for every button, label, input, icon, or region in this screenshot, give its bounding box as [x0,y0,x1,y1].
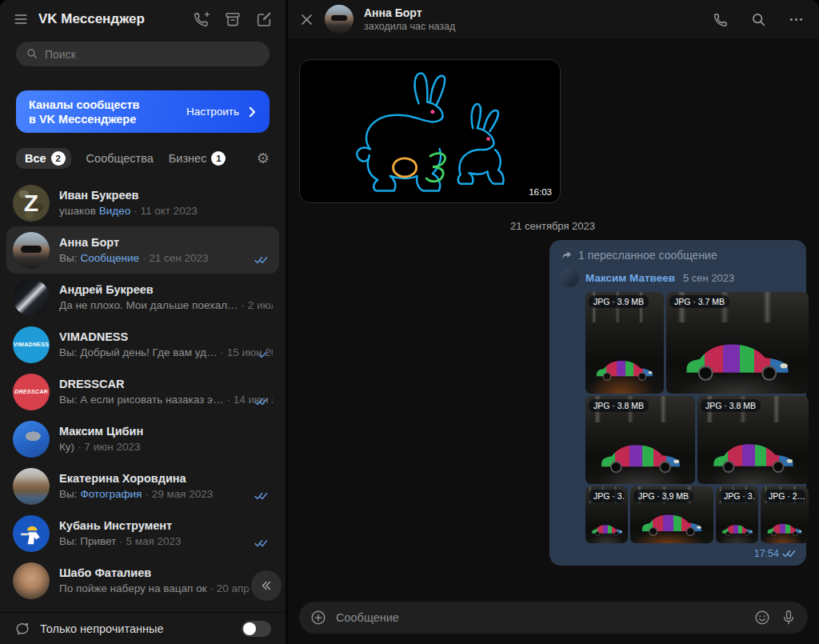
chat-preview: ушаков Видео · 11 окт 2023 [59,205,273,217]
attach-icon[interactable] [310,609,327,626]
chat-name: DRESSCAR [59,378,273,390]
chat-preview: Ку) · 7 июн 2023 [59,441,273,453]
search [16,42,270,66]
file-label: JPG · 3… [719,490,755,502]
chat-titles[interactable]: Анна Борт заходила час назад [364,6,702,32]
unread-only-toggle[interactable] [242,621,271,637]
photo-attachment[interactable]: JPG · 3… [585,486,628,543]
tab-business[interactable]: Бизнес 1 [169,151,226,166]
forwarded-author-row: Максим Матвеев 5 сен 2023 [560,268,796,287]
search-input[interactable] [16,42,270,66]
chat-preview: Да не плохо. Мои дальше поехал… · 2 июл … [59,299,273,311]
photo-attachment[interactable]: JPG · 3.7 MB [666,292,809,394]
chat-panel: Анна Борт заходила час назад [288,0,819,644]
chat-list-item-selected[interactable]: Анна Борт Вы: Сообщение · 21 сен 2023 [6,226,279,274]
gear-icon[interactable]: ⚙ [257,151,270,166]
chat-item-text: Анна Борт Вы: Сообщение · 21 сен 2023 [59,236,273,264]
read-double-check-icon [254,398,268,406]
worker-avatar-icon [19,522,43,546]
file-label: JPG · 2… [764,490,805,502]
forwarded-message-card[interactable]: 1 пересланное сообщение Максим Матвеев 5… [549,240,806,566]
avatar [13,421,50,458]
tab-communities[interactable]: Сообщества [86,152,154,165]
chat-name: VIMADNESS [59,330,273,343]
chat-header-icons [713,11,805,28]
chat-name: Андрей Букреев [59,283,273,296]
emoji-icon[interactable] [753,609,771,626]
chat-list-item[interactable]: Андрей Букреев Да не плохо. Мои дальше п… [6,274,279,321]
message-time: 16:03 [529,187,552,197]
chat-preview: Вы: Добрый день! Где вам уд… · 15 июн 20… [59,346,273,358]
forwarded-author-name[interactable]: Максим Матвеев [585,272,675,284]
file-label: JPG · 3.7 MB [669,295,729,308]
forwarded-author-avatar[interactable] [560,268,579,287]
chat-avatar[interactable] [325,5,354,34]
date-divider: 21 сентября 2023 [299,220,806,232]
avatar [13,468,50,505]
more-options-icon[interactable] [788,11,805,28]
tab-all-label: Все [25,152,46,165]
photo-attachment[interactable]: JPG · 3.9 MB [585,292,664,394]
file-label: JPG · 3.8 MB [589,399,649,412]
archive-icon[interactable] [224,10,242,28]
neon-rabbits-2023-image [314,68,546,194]
tab-all[interactable]: Все 2 [16,148,71,169]
chat-title: Анна Борт [364,6,702,19]
message-composer[interactable]: Сообщение [299,602,808,634]
file-label: JPG · 3.9 MB [589,295,649,308]
photo-attachment[interactable]: JPG · 2… [761,486,809,543]
chat-preview: По пойже наберу на вацап ок · 20 апр 202… [59,582,273,594]
chat-item-text: Максим Цибин Ку) · 7 июн 2023 [59,425,273,453]
sidebar-header: VK Мессенджер [0,0,286,38]
file-label: JPG · 3.8 MB [701,399,761,412]
chat-name: Иван Букреев [59,189,273,202]
new-call-icon[interactable] [193,10,210,28]
chat-list-item[interactable]: VIMADNESS VIMADNESS Вы: Добрый день! Где… [6,321,279,368]
chat-item-text: Шабо Фаталиев По пойже наберу на вацап о… [59,566,273,594]
photo-attachment[interactable]: JPG · 3,9 MB [630,486,713,543]
avatar: VIMADNESS [13,326,50,363]
tab-all-badge: 2 [51,151,66,166]
chat-name: Шабо Фаталиев [59,566,273,579]
channels-banner[interactable]: Каналы сообществ в VK Мессенджере Настро… [16,90,270,133]
app-title: VK Мессенджер [38,11,185,27]
collapse-sidebar-button[interactable] [251,570,282,601]
unread-chats-icon [14,621,30,637]
compose-icon[interactable] [255,10,273,28]
unread-only-label: Только непрочитанные [40,622,232,635]
forwarded-header: 1 пересланное сообщение [560,249,796,262]
chat-preview: Вы: А если рисовать назаказ э… · 14 июн … [59,394,273,406]
chat-preview: Вы: Фотография · 29 мая 2023 [59,488,273,500]
chat-item-text: Андрей Букреев Да не плохо. Мои дальше п… [59,283,273,311]
chat-list-item[interactable]: Кубань Инструмент Вы: Привет · 5 мая 202… [6,510,279,557]
chat-header: Анна Борт заходила час назад [288,0,819,38]
file-label: JPG · 3… [589,490,625,502]
avatar [13,279,50,316]
image-message[interactable]: 16:03 [299,59,561,203]
chat-list-item[interactable]: Шабо Фаталиев По пойже наберу на вацап о… [6,557,279,604]
photo-attachment[interactable]: JPG · 3.8 MB [697,396,809,484]
tab-business-label: Бизнес [169,152,207,165]
chat-list-item[interactable]: Z Иван Букреев ушаков Видео · 11 окт 202… [6,179,279,226]
microphone-icon[interactable] [780,609,797,626]
close-chat-icon[interactable] [299,12,314,27]
banner-action-label[interactable]: Настроить [186,106,239,118]
search-in-chat-icon[interactable] [750,11,767,28]
read-single-check-icon [258,350,268,358]
tab-business-badge: 1 [211,151,226,166]
photo-attachment[interactable]: JPG · 3.8 MB [585,396,695,484]
chat-name: Екатерина Хоровдина [59,472,273,485]
chat-list-item[interactable]: Екатерина Хоровдина Вы: Фотография · 29 … [6,462,279,510]
forward-arrow-icon [560,250,572,261]
photo-grid: JPG · 3.9 MB JPG · 3.7 MB JPG · 3.8 MB [585,292,809,543]
avatar: Z [13,185,50,222]
chat-list-item[interactable]: Максим Цибин Ку) · 7 июн 2023 [6,415,279,462]
menu-icon[interactable] [13,11,29,27]
chat-list-item[interactable]: DRESSCAR DRESSCAR Вы: А если рисовать на… [6,368,279,415]
avatar [13,515,50,552]
chat-filter-tabs: Все 2 Сообщества Бизнес 1 ⚙ [16,148,270,169]
banner-text: Каналы сообществ в VK Мессенджере [29,98,186,126]
message-input[interactable]: Сообщение [336,611,745,624]
photo-attachment[interactable]: JPG · 3… [716,486,758,543]
call-icon[interactable] [713,11,729,28]
